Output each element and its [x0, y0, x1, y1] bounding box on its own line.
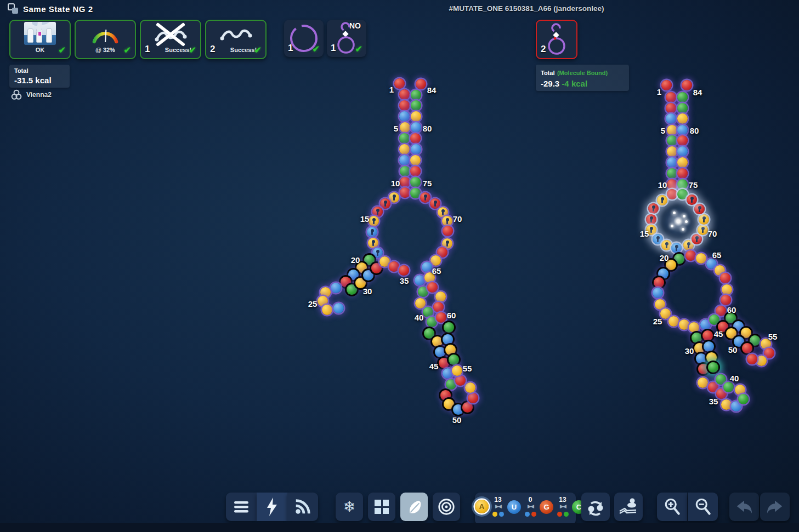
- nucleotide-G[interactable]: [430, 198, 440, 209]
- nucleotide-U[interactable]: [443, 334, 453, 345]
- nucleotide-G[interactable]: [721, 295, 731, 305]
- nucleotide-C[interactable]: [667, 135, 677, 146]
- nucleotide-G[interactable]: [646, 214, 656, 225]
- nucleotide-A[interactable]: [721, 399, 732, 410]
- redo-button[interactable]: [760, 493, 790, 521]
- swap-pair-button[interactable]: [581, 493, 610, 521]
- nucleotide-G[interactable]: [420, 192, 430, 203]
- nucleotide-C[interactable]: [410, 188, 421, 198]
- nucleotide-U[interactable]: [363, 270, 373, 281]
- nucleotide-C[interactable]: [449, 354, 459, 365]
- nucleotide-U[interactable]: [333, 303, 344, 313]
- nucleotide-C[interactable]: [400, 166, 410, 176]
- nucleotide-C[interactable]: [709, 314, 719, 325]
- nucleotide-G[interactable]: [399, 100, 410, 111]
- freeze-button[interactable]: ❄: [336, 493, 363, 521]
- nucleotide-G[interactable]: [399, 265, 409, 276]
- nucleotide-A[interactable]: [667, 125, 677, 135]
- nucleotide-C[interactable]: [411, 90, 421, 100]
- nucleotide-A[interactable]: [677, 157, 688, 168]
- nucleotide-C[interactable]: [677, 179, 688, 190]
- nucleotide-G[interactable]: [380, 198, 390, 209]
- nucleotide-G[interactable]: [677, 135, 688, 146]
- nucleotide-A[interactable]: [432, 336, 443, 347]
- nucleotide-G[interactable]: [720, 273, 730, 283]
- nucleotide-A[interactable]: [657, 195, 667, 205]
- nucleotide-C[interactable]: [347, 284, 357, 295]
- nucleotide-G[interactable]: [698, 364, 709, 374]
- natural-mode-button[interactable]: [400, 493, 428, 521]
- nucleotide-A[interactable]: [435, 291, 446, 302]
- nucleotide-A[interactable]: [452, 365, 462, 376]
- nucleotide-G[interactable]: [433, 302, 444, 312]
- target-mode-button[interactable]: [433, 493, 460, 521]
- nucleotide-A[interactable]: [369, 216, 379, 226]
- nucleotide-C[interactable]: [723, 382, 734, 392]
- view-mode-button[interactable]: [368, 493, 395, 521]
- nucleotide-U[interactable]: [411, 122, 421, 133]
- nucleotide-U[interactable]: [696, 353, 706, 364]
- nucleotide-A[interactable]: [696, 253, 706, 264]
- nucleotide-A[interactable]: [430, 255, 441, 266]
- nucleotide-C[interactable]: [667, 168, 677, 179]
- undo-button[interactable]: [729, 493, 759, 521]
- nucleotide-A[interactable]: [694, 343, 705, 353]
- pair-ug[interactable]: 0 ▶◀: [521, 496, 540, 517]
- nucleotide-A[interactable]: [389, 192, 399, 203]
- nucleotide-A[interactable]: [679, 319, 689, 330]
- nucleotide-C[interactable]: [444, 322, 454, 333]
- nucleotide-A[interactable]: [668, 316, 679, 327]
- nucleotide-G[interactable]: [702, 330, 713, 341]
- nucleotide-G[interactable]: [654, 277, 664, 288]
- nucleotide-A[interactable]: [399, 144, 410, 155]
- nucleotide-A[interactable]: [726, 328, 736, 339]
- nucleotide-C[interactable]: [399, 133, 410, 144]
- nucleotide-G[interactable]: [400, 187, 410, 198]
- nucleotide-A[interactable]: [706, 352, 717, 363]
- nucleotide-G[interactable]: [416, 79, 426, 89]
- nucleotide-G[interactable]: [427, 282, 438, 293]
- nucleotide-A[interactable]: [699, 214, 709, 225]
- nucleotide-G[interactable]: [661, 80, 672, 90]
- nucleotide-A[interactable]: [756, 356, 767, 366]
- nucleotide-G[interactable]: [677, 168, 688, 179]
- nucleotide-C[interactable]: [750, 335, 760, 346]
- nucleotide-G[interactable]: [716, 306, 726, 316]
- nucleotide-C[interactable]: [677, 189, 688, 199]
- pair-au[interactable]: 13 ▶◀: [489, 496, 507, 517]
- nucleotide-U[interactable]: [399, 155, 410, 165]
- nucleotide-U[interactable]: [453, 404, 463, 415]
- pair-gc[interactable]: 13 ▶◀: [553, 496, 572, 517]
- nucleotide-A[interactable]: [667, 146, 677, 157]
- nucleotide-C[interactable]: [424, 328, 434, 339]
- nucleotide-A[interactable]: [689, 322, 699, 333]
- zoom-out-button[interactable]: [688, 493, 718, 521]
- nucleotide-G[interactable]: [394, 78, 405, 89]
- nucleotide-G[interactable]: [685, 250, 696, 261]
- nucleotide-G[interactable]: [667, 189, 677, 199]
- nucleotide-U[interactable]: [415, 275, 425, 285]
- nucleotide-G[interactable]: [443, 226, 453, 236]
- nucleotide-A[interactable]: [741, 328, 751, 338]
- nucleotide-U[interactable]: [667, 157, 677, 168]
- nucleotide-U[interactable]: [372, 248, 383, 258]
- nucleotide-G[interactable]: [666, 92, 676, 102]
- nucleotide-A[interactable]: [677, 113, 688, 124]
- nucleotide-U[interactable]: [399, 111, 410, 122]
- nucleotide-A[interactable]: [415, 298, 426, 308]
- zoom-in-button[interactable]: [657, 493, 687, 521]
- nucleotide-C[interactable]: [692, 333, 702, 343]
- nucleotide-G[interactable]: [764, 348, 774, 358]
- nucleotide-C[interactable]: [738, 394, 749, 404]
- nucleotide-U[interactable]: [367, 227, 377, 237]
- nucleotide-U[interactable]: [435, 347, 445, 357]
- nucleotide-U[interactable]: [666, 113, 676, 124]
- nucleotide-G[interactable]: [389, 261, 399, 272]
- nucleotide-A[interactable]: [698, 225, 708, 235]
- nucleotide-U[interactable]: [704, 341, 714, 352]
- nucleotide-G[interactable]: [468, 393, 478, 403]
- nucleotide-C[interactable]: [410, 177, 421, 187]
- nucleotide-A[interactable]: [661, 240, 672, 250]
- nucleotide-G[interactable]: [682, 80, 692, 90]
- nucleotide-G[interactable]: [410, 166, 421, 176]
